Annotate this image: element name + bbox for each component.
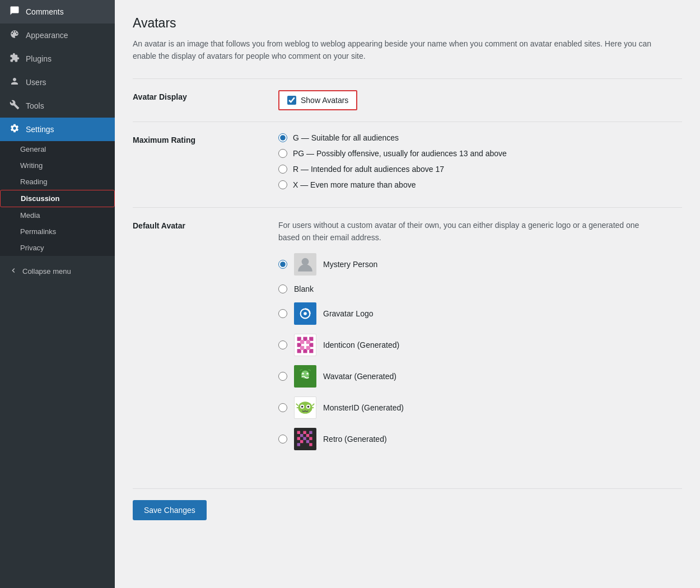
avatar-mystery-option[interactable]: Mystery Person <box>278 253 682 276</box>
avatar-blank-radio[interactable] <box>278 284 287 293</box>
default-avatar-control: For users without a custom avatar of the… <box>278 219 682 459</box>
sidebar-item-plugins[interactable]: Plugins <box>0 47 115 71</box>
sidebar-item-reading[interactable]: Reading <box>0 174 115 190</box>
avatar-blank-label: Blank <box>294 284 314 293</box>
collapse-icon <box>9 266 18 277</box>
svg-rect-14 <box>306 346 310 349</box>
sidebar-item-privacy[interactable]: Privacy <box>0 240 115 256</box>
rating-g-option[interactable]: G — Suitable for all audiences <box>278 133 682 142</box>
avatar-monsterid-option[interactable]: MonsterID (Generated) <box>278 396 682 419</box>
avatar-monsterid-radio[interactable] <box>278 403 287 412</box>
avatar-display-label: Avatar Display <box>133 90 278 101</box>
sidebar-item-writing[interactable]: Writing <box>0 157 115 174</box>
sidebar-item-tools[interactable]: Tools <box>0 94 115 118</box>
maximum-rating-control: G — Suitable for all audiences PG — Poss… <box>278 133 682 196</box>
identicon-icon <box>294 334 316 356</box>
avatar-retro-option[interactable]: Retro (Generated) <box>278 428 682 450</box>
sidebar-plugins-label: Plugins <box>26 54 52 63</box>
comments-icon <box>9 6 20 18</box>
rating-pg-label: PG — Possibly offensive, usually for aud… <box>293 149 507 158</box>
svg-line-24 <box>312 403 315 405</box>
avatar-retro-radio[interactable] <box>278 435 287 444</box>
rating-g-label: G — Suitable for all audiences <box>293 133 399 142</box>
svg-line-23 <box>296 403 298 405</box>
rating-pg-radio[interactable] <box>278 149 287 158</box>
show-avatars-label: Show Avatars <box>301 96 348 105</box>
settings-submenu: General Writing Reading Discussion Media… <box>0 141 115 256</box>
save-section: Save Changes <box>133 488 682 520</box>
gravatar-logo-icon <box>294 302 316 325</box>
appearance-icon <box>9 29 20 41</box>
avatar-display-row: Avatar Display Show Avatars <box>133 78 682 122</box>
avatar-wavatar-label: Wavatar (Generated) <box>323 372 396 381</box>
avatar-blank-option[interactable]: Blank <box>278 284 682 293</box>
users-icon <box>9 76 20 88</box>
avatar-wavatar-option[interactable]: Wavatar (Generated) <box>278 365 682 388</box>
maximum-rating-row: Maximum Rating G — Suitable for all audi… <box>133 122 682 207</box>
svg-rect-36 <box>306 440 309 442</box>
maximum-rating-label: Maximum Rating <box>133 133 278 144</box>
rating-pg-option[interactable]: PG — Possibly offensive, usually for aud… <box>278 149 682 158</box>
svg-rect-13 <box>300 346 304 349</box>
svg-point-0 <box>302 258 309 265</box>
svg-point-21 <box>301 405 304 408</box>
sidebar-item-discussion[interactable]: Discussion <box>0 190 115 207</box>
rating-r-label: R — Intended for adult audiences above 1… <box>293 165 444 174</box>
default-avatar-row: Default Avatar For users without a custo… <box>133 207 682 470</box>
svg-rect-38 <box>309 443 312 446</box>
sidebar-item-comments[interactable]: Comments <box>0 0 115 24</box>
rating-g-radio[interactable] <box>278 133 287 142</box>
sidebar-item-media[interactable]: Media <box>0 207 115 223</box>
avatar-display-control: Show Avatars <box>278 90 682 110</box>
svg-rect-34 <box>309 437 312 440</box>
svg-rect-33 <box>303 437 306 440</box>
sidebar-users-label: Users <box>26 78 46 87</box>
show-avatars-checkbox[interactable] <box>287 96 296 105</box>
sidebar-settings-label: Settings <box>26 125 54 134</box>
svg-rect-27 <box>297 431 300 433</box>
sidebar-item-general[interactable]: General <box>0 141 115 157</box>
svg-rect-30 <box>300 434 303 437</box>
avatar-gravatar-label: Gravatar Logo <box>323 309 374 318</box>
tools-icon <box>9 100 20 112</box>
default-avatar-label: Default Avatar <box>133 219 278 230</box>
svg-rect-11 <box>300 340 304 344</box>
avatar-identicon-label: Identicon (Generated) <box>323 340 399 349</box>
svg-point-16 <box>302 372 304 374</box>
collapse-menu-button[interactable]: Collapse menu <box>0 260 115 282</box>
avatar-gravatar-radio[interactable] <box>278 309 287 318</box>
rating-r-radio[interactable] <box>278 165 287 174</box>
sidebar-item-settings[interactable]: Settings <box>0 118 115 141</box>
collapse-label: Collapse menu <box>22 267 71 276</box>
rating-r-option[interactable]: R — Intended for adult audiences above 1… <box>278 165 682 174</box>
save-changes-button[interactable]: Save Changes <box>133 500 207 520</box>
rating-x-option[interactable]: X — Even more mature than above <box>278 180 682 189</box>
svg-point-17 <box>306 372 308 374</box>
sidebar-item-users[interactable]: Users <box>0 71 115 94</box>
avatar-gravatar-option[interactable]: Gravatar Logo <box>278 302 682 325</box>
avatar-mystery-label: Mystery Person <box>323 260 377 269</box>
avatar-wavatar-radio[interactable] <box>278 372 287 381</box>
svg-rect-37 <box>297 443 300 446</box>
avatar-identicon-option[interactable]: Identicon (Generated) <box>278 334 682 356</box>
mystery-person-icon <box>294 253 316 276</box>
sidebar: Comments Appearance Plugins Users Tools … <box>0 0 115 588</box>
svg-rect-29 <box>309 431 312 433</box>
wavatar-icon <box>294 365 316 388</box>
sidebar-item-permalinks[interactable]: Permalinks <box>0 223 115 240</box>
sidebar-tools-label: Tools <box>26 101 44 110</box>
default-avatar-desc: For users without a custom avatar of the… <box>278 219 648 244</box>
svg-rect-12 <box>306 340 310 344</box>
rating-x-radio[interactable] <box>278 180 287 189</box>
svg-rect-28 <box>303 431 306 433</box>
avatar-retro-label: Retro (Generated) <box>323 435 387 444</box>
sidebar-item-appearance[interactable]: Appearance <box>0 24 115 47</box>
settings-icon <box>9 123 20 136</box>
plugins-icon <box>9 53 20 65</box>
avatar-identicon-radio[interactable] <box>278 340 287 349</box>
avatar-mystery-radio[interactable] <box>278 260 287 269</box>
show-avatars-wrapper[interactable]: Show Avatars <box>278 90 357 110</box>
page-description: An avatar is an image that follows you f… <box>133 38 665 63</box>
svg-rect-35 <box>300 440 303 442</box>
svg-point-22 <box>307 405 310 408</box>
